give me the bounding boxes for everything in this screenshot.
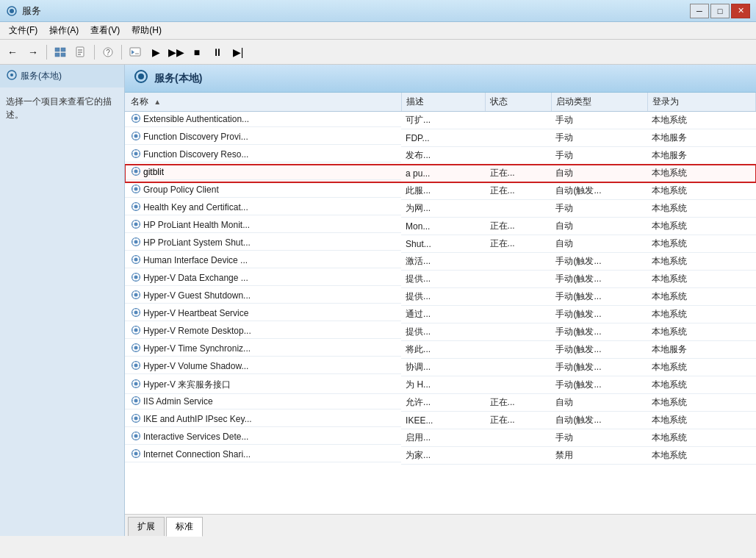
help-button[interactable]: ?	[98, 43, 118, 62]
service-name: Function Discovery Provi...	[125, 129, 401, 145]
edit-button[interactable]	[71, 43, 90, 62]
svg-point-16	[10, 74, 13, 76]
service-desc: Mon...	[401, 218, 485, 235]
content-header-icon	[134, 69, 148, 87]
toolbar-sep-2	[94, 45, 95, 60]
table-row[interactable]: Group Policy Client此服...正在...自动(触发...本地系…	[125, 182, 756, 200]
pause-button[interactable]: ⏸	[208, 43, 227, 62]
table-row[interactable]: IIS Admin Service允许...正在...自动本地系统	[125, 394, 756, 412]
sidebar-description: 选择一个项目来查看它的描述。	[0, 87, 124, 129]
service-status	[486, 376, 552, 394]
service-name: Health Key and Certificat...	[125, 200, 401, 215]
table-row[interactable]: Human Interface Device ...激活...手动(触发...本…	[125, 253, 756, 271]
toolbar: ← → ? ▶ ▶▶ ■ ⏸ ▶|	[0, 40, 756, 65]
minimize-button[interactable]: ─	[690, 4, 709, 18]
table-row[interactable]: Extensible Authentication...可扩...手动本地系统	[125, 112, 756, 129]
tab-扩展[interactable]: 扩展	[128, 517, 165, 536]
table-row[interactable]: Hyper-V Remote Desktop...提供...手动(触发...本地…	[125, 323, 756, 341]
table-row[interactable]: HP ProLiant Health Monit...Mon...正在...自动…	[125, 218, 756, 235]
service-login: 本地系统	[647, 112, 755, 129]
service-status	[486, 359, 552, 376]
menu-item-0[interactable]: 文件(F)	[3, 23, 43, 38]
svg-point-18	[138, 74, 144, 79]
service-login: 本地系统	[647, 429, 755, 447]
service-status: 正在...	[486, 182, 552, 200]
column-desc[interactable]: 描述	[401, 93, 485, 112]
play-button[interactable]: ▶	[146, 43, 165, 62]
service-startup: 手动	[551, 429, 647, 447]
service-login: 本地系统	[647, 235, 755, 253]
service-startup: 手动	[551, 200, 647, 218]
service-desc: 允许...	[401, 394, 485, 412]
service-desc: 激活...	[401, 253, 485, 271]
back-button[interactable]: ←	[3, 43, 22, 62]
title-bar: 服务 ─ □ ✕	[0, 0, 756, 22]
svg-point-50	[134, 204, 138, 208]
column-startup[interactable]: 启动类型	[551, 93, 647, 112]
svg-rect-5	[61, 53, 65, 57]
stop-button[interactable]: ■	[187, 43, 206, 62]
service-desc: 为网...	[401, 200, 485, 218]
service-startup: 手动(触发...	[551, 376, 647, 394]
table-row[interactable]: Hyper-V Time Synchroniz...将此...手动(触发...本…	[125, 341, 756, 359]
maximize-button[interactable]: □	[710, 4, 730, 18]
svg-point-62	[134, 240, 138, 243]
sort-arrow-name: ▲	[154, 98, 161, 106]
table-row[interactable]: Hyper-V Heartbeat Service通过...手动(触发...本地…	[125, 306, 756, 323]
service-desc: 此服...	[401, 182, 485, 200]
svg-rect-2	[55, 48, 60, 51]
table-row[interactable]: Hyper-V Data Exchange ...提供...手动(触发...本地…	[125, 271, 756, 288]
service-name: Group Policy Client	[125, 182, 401, 198]
service-desc: 启用...	[401, 429, 485, 447]
tab-标准[interactable]: 标准	[166, 517, 203, 537]
view-button[interactable]	[51, 43, 70, 62]
forward-button[interactable]: →	[24, 43, 43, 62]
table-row[interactable]: HP ProLiant System Shut...Shut...正在...自动…	[125, 235, 756, 253]
service-login: 本地系统	[647, 447, 755, 465]
service-login: 本地系统	[647, 394, 755, 412]
table-row[interactable]: IKE and AuthIP IPsec Key...IKEE...正在...自…	[125, 412, 756, 429]
service-startup: 手动(触发...	[551, 253, 647, 271]
svg-point-26	[134, 134, 138, 137]
service-status	[486, 200, 552, 218]
services-table-container[interactable]: 名称 ▲ 描述 状态 启动类型 登录为	[125, 93, 756, 514]
service-startup: 手动(触发...	[551, 288, 647, 306]
table-row[interactable]: Function Discovery Reso...发布...手动本地服务	[125, 147, 756, 165]
menu-item-3[interactable]: 帮助(H)	[126, 23, 168, 38]
service-status	[486, 447, 552, 465]
service-name: Hyper-V Volume Shadow...	[125, 359, 401, 374]
table-row[interactable]: gitblita pu...正在...自动本地系统	[125, 165, 756, 182]
column-status[interactable]: 状态	[486, 93, 552, 112]
service-startup: 自动(触发...	[551, 412, 647, 429]
table-row[interactable]: Hyper-V Guest Shutdown...提供...手动(触发...本地…	[125, 288, 756, 306]
close-button[interactable]: ✕	[731, 4, 750, 18]
sidebar-item-local[interactable]: 服务(本地)	[0, 65, 124, 87]
table-row[interactable]: Internet Connection Shari...为家...禁用本地系统	[125, 447, 756, 465]
table-row[interactable]: Interactive Services Dete...启用...手动本地系统	[125, 429, 756, 447]
service-startup: 手动	[551, 129, 647, 147]
column-name[interactable]: 名称 ▲	[125, 93, 401, 112]
table-row[interactable]: Hyper-V Volume Shadow...协调...手动(触发...本地系…	[125, 359, 756, 376]
sidebar: 服务(本地) 选择一个项目来查看它的描述。	[0, 65, 125, 536]
table-row[interactable]: Health Key and Certificat...为网...手动本地系统	[125, 200, 756, 218]
service-startup: 自动	[551, 394, 647, 412]
menu-item-2[interactable]: 查看(V)	[84, 23, 126, 38]
svg-point-56	[134, 222, 138, 226]
svg-point-110	[134, 382, 138, 386]
column-login[interactable]: 登录为	[647, 93, 755, 112]
svg-text:?: ?	[106, 49, 110, 57]
table-row[interactable]: Hyper-V 来宾服务接口为 H...手动(触发...本地系统	[125, 376, 756, 394]
service-desc: Shut...	[401, 235, 485, 253]
service-desc: 提供...	[401, 323, 485, 341]
bottom-tabs: 扩展标准	[125, 514, 756, 536]
table-row[interactable]: Function Discovery Provi...FDP...手动本地服务	[125, 129, 756, 147]
service-name: Hyper-V Heartbeat Service	[125, 306, 401, 321]
service-status: 正在...	[486, 218, 552, 235]
menu-item-1[interactable]: 操作(A)	[43, 23, 84, 38]
svg-point-20	[134, 117, 138, 121]
service-name: Hyper-V Time Synchroniz...	[125, 341, 401, 357]
service-startup: 手动(触发...	[551, 359, 647, 376]
play-all-button[interactable]: ▶▶	[167, 43, 186, 62]
restart-button[interactable]: ▶|	[228, 43, 248, 62]
console-button[interactable]	[126, 43, 145, 62]
